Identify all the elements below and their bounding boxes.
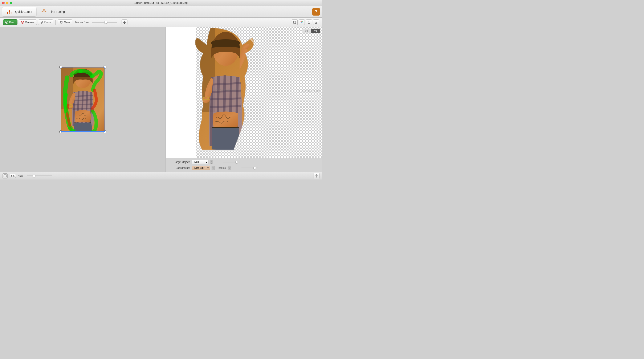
- svg-point-23: [74, 72, 92, 77]
- separator-1: [55, 20, 56, 25]
- right-toolbar-icons: [292, 19, 319, 25]
- maximize-button[interactable]: [10, 2, 12, 4]
- tab-quick-cutout[interactable]: Quick Cutout: [2, 7, 36, 16]
- svg-point-39: [211, 39, 240, 47]
- background-select[interactable]: Disc Blur: [192, 166, 210, 170]
- toolbar-tabs: Quick Cutout Fine Tuning ?: [0, 6, 322, 18]
- tab-fine-tuning[interactable]: Fine Tuning: [36, 7, 69, 16]
- zoom-percent-label: 45%: [18, 174, 25, 177]
- right-panel: © www.MacDown.com © www.MacDown.com V2 V…: [166, 27, 322, 172]
- right-bottom-controls: Target Object: Null ▲ ▼ Background: Disc…: [166, 158, 322, 172]
- zoom-slider[interactable]: [27, 176, 52, 176]
- svg-line-3: [10, 10, 10, 12]
- keep-icon: [5, 21, 8, 24]
- clear-button[interactable]: Clear: [58, 19, 72, 25]
- svg-point-15: [300, 21, 302, 22]
- preview-svg: [192, 28, 297, 150]
- zoom-slider-thumb[interactable]: [33, 175, 35, 177]
- keep-label: Keep: [9, 21, 15, 24]
- radius-arrows[interactable]: ▲ ▼: [228, 166, 231, 170]
- fit-button[interactable]: [2, 173, 8, 178]
- radius-down-arrow[interactable]: ▼: [228, 168, 231, 170]
- handle-top-left[interactable]: [59, 65, 62, 68]
- fine-tuning-icon: [40, 8, 47, 15]
- marker-size-slider[interactable]: [92, 22, 117, 23]
- erase-button[interactable]: Erase: [38, 19, 53, 25]
- remove-button[interactable]: Remove: [19, 19, 37, 25]
- svg-point-19: [308, 21, 310, 22]
- clear-label: Clear: [64, 21, 70, 24]
- background-row: Background: Disc Blur ▲ ▼ Radius ▲ ▼: [169, 166, 320, 170]
- eraser-icon: [40, 21, 43, 24]
- svg-point-4: [9, 10, 10, 11]
- svg-point-16: [302, 21, 303, 22]
- background-label: Background:: [169, 166, 190, 169]
- target-object-select[interactable]: Null: [192, 160, 208, 164]
- svg-line-32: [72, 108, 93, 109]
- traffic-lights: [2, 2, 12, 4]
- tab-fine-tuning-label: Fine Tuning: [50, 10, 65, 13]
- close-button[interactable]: [2, 2, 5, 4]
- target-object-label: Target Object:: [169, 161, 190, 164]
- move-cursor-button[interactable]: [314, 173, 320, 179]
- marker-size-label: Marker Size: [75, 21, 89, 24]
- preview-image-area: [188, 27, 322, 158]
- remove-label: Remove: [25, 21, 34, 24]
- canvas-image: [61, 67, 105, 132]
- background-slider[interactable]: [241, 168, 258, 168]
- bg-up-arrow[interactable]: ▲: [212, 166, 214, 168]
- tab-quick-cutout-label: Quick Cutout: [15, 10, 32, 13]
- svg-line-31: [72, 104, 93, 105]
- remove-icon: [21, 21, 24, 24]
- color-icon-button[interactable]: [299, 19, 305, 25]
- target-down-arrow[interactable]: ▼: [210, 162, 213, 164]
- tab-v1[interactable]: V1: [311, 28, 320, 33]
- canvas-svg: [61, 67, 105, 132]
- radius-up-arrow[interactable]: ▲: [228, 166, 231, 168]
- target-up-arrow[interactable]: ▲: [210, 160, 213, 162]
- svg-point-33: [94, 72, 99, 76]
- window-title: Super PhotoCut Pro - 52112_G698zS8x.jpg: [134, 1, 188, 4]
- target-slider-thumb[interactable]: [235, 161, 238, 163]
- bg-slider-thumb[interactable]: [254, 167, 256, 169]
- handle-top-right[interactable]: [104, 65, 106, 68]
- target-object-arrows[interactable]: ▲ ▼: [210, 160, 213, 164]
- quick-cutout-icon: [6, 8, 13, 15]
- handle-bottom-left[interactable]: [59, 130, 62, 133]
- status-bar: 1:1 45%: [0, 172, 322, 179]
- one-to-one-label: 1:1: [11, 175, 14, 177]
- export-icon-button[interactable]: [313, 19, 319, 25]
- target-object-row: Target Object: Null ▲ ▼: [169, 160, 320, 164]
- preview-tabs: V2 V1: [302, 28, 320, 33]
- handle-bottom-right[interactable]: [104, 130, 106, 133]
- background-arrows[interactable]: ▲ ▼: [212, 166, 214, 170]
- one-to-one-button[interactable]: 1:1: [10, 174, 16, 178]
- title-bar: Super PhotoCut Pro - 52112_G698zS8x.jpg: [0, 0, 322, 6]
- preview-area: © www.MacDown.com © www.MacDown.com V2 V…: [166, 27, 322, 158]
- target-object-slider[interactable]: [223, 162, 240, 162]
- help-button[interactable]: ?: [312, 8, 320, 15]
- svg-rect-52: [4, 175, 6, 177]
- main-content: © www.MacDown.com: [0, 27, 322, 172]
- minimize-button[interactable]: [6, 2, 8, 4]
- erase-label: Erase: [44, 21, 51, 24]
- left-panel[interactable]: © www.MacDown.com: [0, 27, 166, 172]
- clear-icon: [60, 21, 63, 24]
- svg-line-48: [210, 106, 241, 107]
- tab-v2[interactable]: V2: [302, 28, 311, 33]
- svg-point-49: [243, 43, 250, 49]
- crop-icon-button[interactable]: [292, 19, 298, 25]
- move-icon-button[interactable]: [122, 19, 128, 25]
- radius-label: Radius: [218, 166, 226, 169]
- svg-point-17: [301, 22, 302, 23]
- image-canvas[interactable]: [61, 67, 105, 132]
- svg-point-5: [43, 9, 44, 11]
- keep-button[interactable]: Keep: [3, 19, 18, 25]
- portrait-icon-button[interactable]: [306, 19, 312, 25]
- marker-size-thumb[interactable]: [104, 21, 107, 24]
- svg-line-47: [210, 98, 241, 99]
- toolbar-tools: Keep Remove Erase Clear Mar: [0, 18, 322, 27]
- bg-down-arrow[interactable]: ▼: [212, 168, 214, 170]
